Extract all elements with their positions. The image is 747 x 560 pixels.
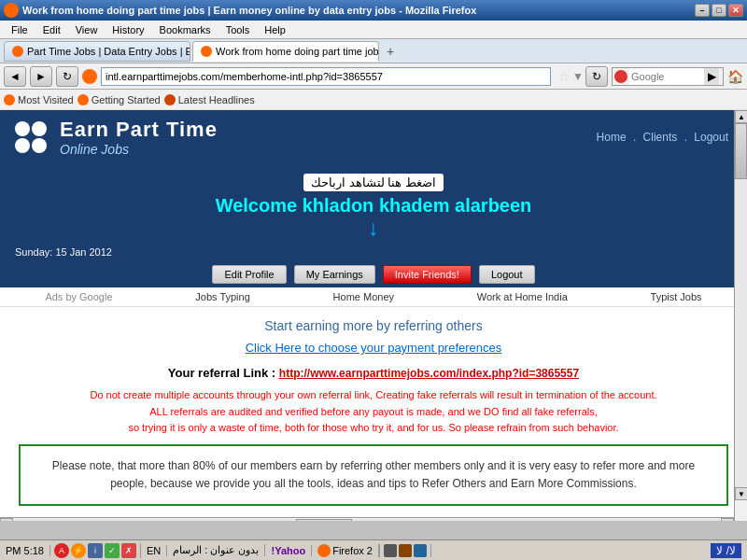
reload-button[interactable]: ↻ bbox=[56, 66, 78, 87]
maximize-button[interactable]: □ bbox=[712, 4, 726, 17]
search-input[interactable] bbox=[629, 68, 704, 85]
scroll-up-button[interactable]: ▲ bbox=[735, 110, 747, 123]
minimize-button[interactable]: – bbox=[695, 4, 710, 17]
referral-url-link[interactable]: http://www.earnparttimejobs.com/index.ph… bbox=[279, 367, 579, 380]
bookmarks-bar: Most Visited Getting Started Latest Head… bbox=[0, 90, 747, 110]
status-icon-4: ✓ bbox=[105, 543, 120, 558]
firefox-version-label: Firefox 2 bbox=[332, 545, 373, 556]
note-box: Please note, that more than 80% of our m… bbox=[19, 444, 728, 506]
logo-circles bbox=[15, 121, 52, 153]
date-display: Sunday: 15 Jan 2012 bbox=[0, 243, 747, 261]
logo-text: Earn Part Time Online Jobs bbox=[60, 118, 218, 157]
arabic-right-label: لا/ لا bbox=[711, 543, 741, 558]
star-icon[interactable]: ☆ bbox=[558, 69, 571, 84]
status-bar: PM 5:18 A ⚡ i ✓ ✗ EN بدون عنوان : الرسام… bbox=[0, 539, 747, 560]
status-icon-3: i bbox=[88, 543, 103, 558]
close-button[interactable]: ✕ bbox=[728, 4, 743, 17]
getting-started-icon bbox=[78, 94, 89, 105]
star-area: ☆ ▼ ↻ bbox=[558, 66, 608, 87]
scroll-left-button[interactable]: ◄ bbox=[0, 518, 13, 521]
jobs-typing-link[interactable]: Jobs Typing bbox=[195, 291, 250, 302]
status-icon-5: ✗ bbox=[121, 543, 136, 558]
most-visited-label: Most Visited bbox=[18, 94, 74, 105]
bookmark-most-visited[interactable]: Most Visited bbox=[4, 94, 74, 105]
logout-button[interactable]: Logout bbox=[479, 265, 535, 284]
refresh-button[interactable]: ↻ bbox=[585, 66, 608, 87]
firefox-status-icon bbox=[317, 544, 331, 557]
status-time: PM 5:18 bbox=[0, 545, 50, 556]
window-controls: – □ ✕ bbox=[695, 4, 743, 17]
tab-1[interactable]: Work from home doing part time jobs | Ea… bbox=[192, 41, 379, 62]
status-language: EN bbox=[141, 545, 167, 556]
status-right: لا/ لا bbox=[705, 543, 747, 558]
site-nav: Home . Clients . Logout bbox=[597, 131, 728, 144]
getting-started-label: Getting Started bbox=[92, 94, 161, 105]
most-visited-icon bbox=[4, 94, 15, 105]
logo-circle-3 bbox=[15, 138, 30, 153]
extra-icon-1 bbox=[384, 544, 397, 557]
my-earnings-button[interactable]: My Earnings bbox=[294, 265, 375, 284]
status-yahoo: !Yahoo bbox=[265, 545, 312, 556]
bookmark-latest-headlines[interactable]: Latest Headlines bbox=[164, 94, 255, 105]
search-go-button[interactable]: ▶ bbox=[704, 68, 719, 85]
tab-0[interactable]: Part Time Jobs | Data Entry Jobs | Earn … bbox=[4, 41, 190, 62]
work-home-india-link[interactable]: Work at Home India bbox=[477, 291, 568, 302]
logo-circle-4 bbox=[32, 138, 47, 153]
menu-bar: File Edit View History Bookmarks Tools H… bbox=[0, 21, 747, 39]
page-icon bbox=[82, 69, 97, 84]
menu-edit[interactable]: Edit bbox=[35, 22, 68, 37]
scroll-thumb-horizontal[interactable] bbox=[296, 519, 352, 521]
tab-0-label: Part Time Jobs | Data Entry Jobs | Earn … bbox=[27, 46, 190, 57]
page-content: ▲ ▼ Earn Part Time Online Jobs Home . Cl… bbox=[0, 110, 747, 521]
main-content: Start earning more by referring others C… bbox=[0, 307, 747, 517]
status-system-icons: A ⚡ i ✓ ✗ bbox=[50, 543, 141, 558]
status-extra-icons bbox=[379, 544, 431, 557]
tab-1-icon bbox=[201, 46, 212, 57]
typist-jobs-link[interactable]: Typist Jobs bbox=[651, 291, 702, 302]
google-icon bbox=[614, 70, 627, 83]
back-button[interactable]: ◄ bbox=[4, 66, 26, 87]
latest-headlines-label: Latest Headlines bbox=[178, 94, 255, 105]
tab-bar: Part Time Jobs | Data Entry Jobs | Earn … bbox=[0, 39, 747, 63]
status-firefox: Firefox 2 bbox=[312, 544, 379, 557]
forward-button[interactable]: ► bbox=[30, 66, 52, 87]
menu-file[interactable]: File bbox=[4, 22, 35, 37]
home-money-link[interactable]: Home Money bbox=[333, 291, 394, 302]
welcome-section: اضغط هنا لتشاهد ارباحك Welcome khladon k… bbox=[0, 164, 747, 243]
nav-clients-link[interactable]: Clients bbox=[643, 131, 678, 144]
address-input[interactable] bbox=[101, 67, 551, 86]
logo-circle-1 bbox=[15, 121, 30, 136]
menu-history[interactable]: History bbox=[105, 22, 151, 37]
edit-profile-button[interactable]: Edit Profile bbox=[212, 265, 286, 284]
logo-circle-2 bbox=[32, 121, 47, 136]
scroll-right-button[interactable]: ► bbox=[721, 518, 734, 521]
welcome-message: Welcome khladon khadem alarbeen bbox=[0, 195, 747, 217]
menu-tools[interactable]: Tools bbox=[218, 22, 258, 37]
menu-view[interactable]: View bbox=[68, 22, 106, 37]
logo-subtitle: Online Jobs bbox=[60, 142, 218, 157]
logo-title: Earn Part Time bbox=[60, 118, 218, 142]
page-nav: Ads by Google Jobs Typing Home Money Wor… bbox=[0, 287, 747, 307]
vertical-scrollbar[interactable]: ▲ ▼ bbox=[734, 110, 747, 521]
arrow-down-icon: ↓ bbox=[0, 217, 747, 239]
menu-help[interactable]: Help bbox=[257, 22, 293, 37]
horizontal-scrollbar[interactable]: ◄ ► bbox=[0, 517, 734, 521]
window-title: Work from home doing part time jobs | Ea… bbox=[22, 5, 695, 16]
invite-friends-button[interactable]: Invite Friends! bbox=[383, 265, 472, 284]
new-tab-button[interactable]: + bbox=[381, 42, 400, 61]
latest-headlines-icon bbox=[164, 94, 176, 105]
action-buttons: Edit Profile My Earnings Invite Friends!… bbox=[0, 261, 747, 287]
scroll-track bbox=[735, 123, 747, 487]
nav-home-link[interactable]: Home bbox=[597, 131, 627, 144]
menu-bookmarks[interactable]: Bookmarks bbox=[152, 22, 218, 37]
payment-preferences-link[interactable]: Click Here to choose your payment prefer… bbox=[15, 341, 732, 355]
status-icon-1: A bbox=[54, 543, 69, 558]
arrow-icon[interactable]: ▼ bbox=[572, 70, 584, 83]
scroll-thumb[interactable] bbox=[735, 123, 747, 179]
tab-0-icon bbox=[12, 46, 23, 57]
firefox-icon bbox=[4, 3, 19, 18]
home-button[interactable]: 🏠 bbox=[727, 69, 743, 84]
bookmark-getting-started[interactable]: Getting Started bbox=[78, 94, 161, 105]
scroll-down-button[interactable]: ▼ bbox=[735, 487, 747, 500]
nav-logout-link[interactable]: Logout bbox=[694, 131, 728, 144]
